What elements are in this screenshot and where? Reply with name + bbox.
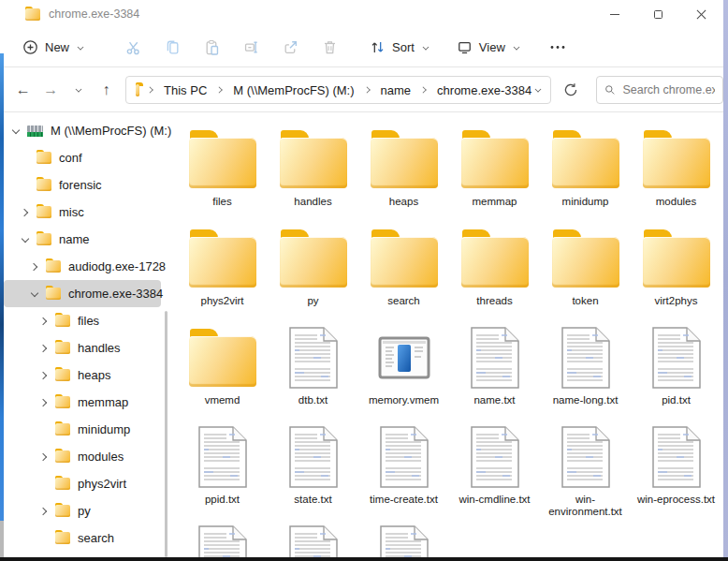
folder-item-virt2phys[interactable]: virt2phys: [631, 224, 721, 323]
folder-item-phys2virt[interactable]: phys2virt: [177, 224, 268, 323]
new-button[interactable]: New: [15, 34, 93, 61]
file-item-pid-txt[interactable]: pid.txt: [631, 323, 721, 422]
expander-icon[interactable]: [21, 208, 36, 217]
item-label: minidump: [562, 196, 609, 208]
file-item-unnamed[interactable]: [268, 522, 358, 557]
refresh-icon: [563, 82, 578, 97]
text-file-icon: [471, 426, 519, 488]
breadcrumb[interactable]: This PC M (\\MemProcFS) (M:) name chrome…: [125, 76, 551, 104]
delete-button[interactable]: [310, 39, 349, 55]
expander-icon[interactable]: [30, 262, 45, 272]
see-more-button[interactable]: [542, 34, 574, 61]
chevron-down-icon: [422, 44, 430, 52]
expander-icon[interactable]: [39, 452, 54, 462]
address-dropdown-icon[interactable]: [534, 86, 542, 94]
sidebar-item-forensic[interactable]: forensic: [4, 171, 161, 199]
file-item-time-create-txt[interactable]: time-create.txt: [358, 422, 449, 522]
sidebar-item-name[interactable]: name: [4, 226, 161, 253]
expander-icon[interactable]: [39, 398, 54, 407]
folder-item-files[interactable]: files: [177, 125, 268, 224]
forward-button[interactable]: →: [37, 76, 66, 104]
sidebar-item-heaps[interactable]: heaps: [4, 362, 161, 389]
breadcrumb-current[interactable]: chrome.exe-3384: [435, 81, 533, 99]
up-button[interactable]: ↑: [93, 76, 121, 104]
cut-button[interactable]: [113, 39, 153, 55]
folder-item-memmap[interactable]: memmap: [449, 125, 540, 224]
file-item-dtb-txt[interactable]: dtb.txt: [268, 323, 358, 422]
expander-icon[interactable]: [21, 235, 36, 244]
sidebar-item-minidump[interactable]: minidump: [4, 416, 161, 443]
sidebar-item-phys2virt[interactable]: phys2virt: [4, 470, 161, 497]
file-item-win-cmdline-txt[interactable]: win-cmdline.txt: [449, 422, 540, 522]
copy-button[interactable]: [153, 39, 192, 55]
text-file-icon: [652, 327, 701, 389]
sidebar-item-files[interactable]: files: [4, 307, 161, 334]
share-button[interactable]: [270, 39, 310, 55]
paste-button[interactable]: [192, 39, 231, 55]
folder-item-py[interactable]: py: [268, 224, 358, 323]
sidebar-item-search[interactable]: search: [4, 524, 161, 552]
recent-locations-button[interactable]: [65, 76, 93, 104]
expander-icon[interactable]: [39, 534, 54, 543]
maximize-icon: [654, 10, 662, 19]
folder-item-search[interactable]: search: [358, 224, 449, 323]
search-input[interactable]: [622, 83, 715, 96]
rename-button[interactable]: [231, 39, 270, 55]
expander-icon[interactable]: [39, 507, 54, 516]
file-item-ppid-txt[interactable]: ppid.txt: [177, 422, 268, 522]
sidebar-item-memmap[interactable]: memmap: [4, 389, 161, 416]
sidebar-item-conf[interactable]: conf: [4, 144, 161, 171]
sidebar-item-label: heaps: [78, 368, 110, 382]
file-item-unnamed[interactable]: [358, 522, 449, 557]
folder-item-modules[interactable]: modules: [631, 125, 721, 224]
file-item-name-long-txt[interactable]: name-long.txt: [540, 323, 631, 422]
refresh-button[interactable]: [555, 82, 587, 97]
folder-icon: [55, 342, 70, 354]
expander-icon[interactable]: [39, 480, 54, 489]
minimize-button[interactable]: [593, 0, 636, 28]
close-button[interactable]: [679, 0, 722, 28]
sidebar-scrollbar[interactable]: [165, 311, 167, 557]
folder-item-token[interactable]: token: [540, 224, 631, 323]
expander-icon[interactable]: [39, 344, 54, 353]
expander-icon[interactable]: [39, 317, 54, 326]
text-file-icon: [289, 525, 338, 557]
folder-icon: [371, 237, 438, 288]
folder-icon: [189, 138, 256, 188]
file-item-name-txt[interactable]: name.txt: [449, 323, 540, 422]
folder-item-heaps[interactable]: heaps: [358, 125, 449, 224]
sidebar-item-audiodg-exe-1728[interactable]: audiodg.exe-1728: [4, 253, 161, 280]
sidebar-item-chrome-exe-3384[interactable]: chrome.exe-3384: [4, 280, 161, 307]
sidebar-item-py[interactable]: py: [4, 497, 161, 524]
sidebar-item-misc[interactable]: misc: [4, 199, 161, 226]
expander-icon[interactable]: [30, 289, 45, 299]
expander-icon[interactable]: [11, 126, 26, 136]
breadcrumb-drive[interactable]: M (\\MemProcFS) (M:): [231, 81, 356, 99]
file-item-memory-vmem[interactable]: memory.vmem: [358, 323, 449, 422]
file-item-state-txt[interactable]: state.txt: [268, 422, 358, 522]
expander-icon[interactable]: [21, 154, 36, 163]
folder-item-threads[interactable]: threads: [449, 224, 540, 323]
folder-item-minidump[interactable]: minidump: [540, 125, 631, 224]
maximize-button[interactable]: [636, 0, 679, 28]
back-button[interactable]: ←: [9, 76, 37, 104]
breadcrumb-name[interactable]: name: [379, 81, 414, 99]
sidebar-item-m-memprocfs-m[interactable]: M (\\MemProcFS) (M:): [4, 117, 161, 144]
item-icon-area: [198, 522, 247, 557]
expander-icon[interactable]: [39, 371, 54, 380]
view-button[interactable]: View: [449, 34, 529, 61]
search-box[interactable]: [596, 76, 723, 104]
file-item-win-environment-txt[interactable]: win-environment.txt: [540, 422, 631, 522]
breadcrumb-this-pc[interactable]: This PC: [162, 81, 209, 99]
item-label: handles: [294, 196, 331, 208]
item-icon-area: [652, 422, 701, 492]
sidebar-item-handles[interactable]: handles: [4, 334, 161, 362]
folder-item-handles[interactable]: handles: [268, 125, 358, 224]
folder-item-vmemd[interactable]: vmemd: [177, 323, 268, 422]
sort-button[interactable]: Sort: [362, 34, 438, 61]
expander-icon[interactable]: [39, 425, 54, 435]
expander-icon[interactable]: [21, 181, 36, 190]
sidebar-item-modules[interactable]: modules: [4, 443, 161, 470]
file-item-unnamed[interactable]: [177, 522, 268, 557]
file-item-win-eprocess-txt[interactable]: win-eprocess.txt: [631, 422, 721, 522]
